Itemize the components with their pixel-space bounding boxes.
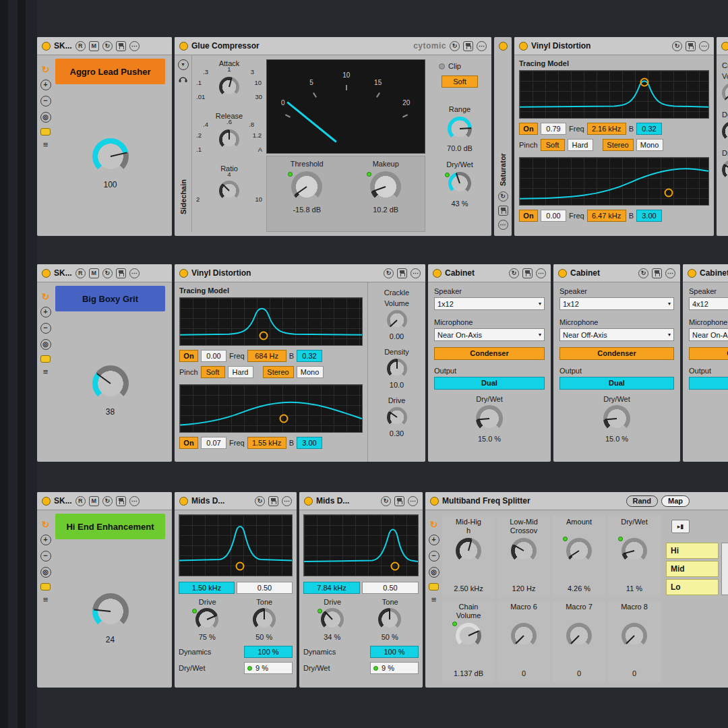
more-options-icon[interactable]: ⋯	[665, 268, 675, 278]
add-macro-icon[interactable]: +	[40, 80, 51, 90]
tracing-freq-value[interactable]: 684 Hz	[247, 350, 286, 362]
save-preset-icon[interactable]	[498, 206, 508, 216]
density-knob[interactable]	[387, 359, 407, 379]
device-on-toggle[interactable]	[688, 269, 696, 278]
macro-knob[interactable]	[92, 593, 129, 630]
more-options-icon[interactable]: ⋯	[129, 496, 140, 506]
map-mode-icon[interactable]: M	[89, 41, 99, 51]
pinch-drive-value[interactable]: 0.00	[541, 210, 566, 222]
macro-knob[interactable]	[566, 538, 592, 564]
hot-swap-icon[interactable]: ↻	[255, 496, 265, 506]
condenser-button[interactable]: Condenser	[559, 347, 674, 360]
more-options-icon[interactable]: ⋯	[498, 220, 508, 230]
pinch-drive-value[interactable]: 0.07	[201, 437, 226, 449]
chain-volume-sliders[interactable]	[721, 543, 728, 595]
expand-sidechain-icon[interactable]: ▼	[178, 59, 189, 70]
mono-button[interactable]: Mono	[297, 366, 324, 378]
drywet-value-box[interactable]: 9 %	[370, 662, 419, 674]
map-target-icon[interactable]: ◎	[40, 567, 51, 578]
macro-name[interactable]: Hi End Enhancement	[55, 514, 165, 539]
chain-list-icon[interactable]: ≡	[43, 368, 49, 376]
save-preset-icon[interactable]	[394, 496, 404, 506]
macro-value[interactable]: 1.137 dB	[454, 669, 483, 677]
release-knob[interactable]	[219, 129, 239, 150]
hot-swap-icon[interactable]: ↻	[381, 496, 391, 506]
tracing-on-button[interactable]: On	[519, 123, 538, 135]
stereo-button[interactable]: Stereo	[603, 139, 634, 151]
remove-macro-icon[interactable]: −	[40, 96, 51, 107]
pinch-hard-button[interactable]: Hard	[228, 366, 253, 378]
chain-hot-swap-icon[interactable]: ↻	[42, 292, 50, 301]
eq-display[interactable]	[303, 514, 419, 576]
drive-knob[interactable]	[387, 407, 407, 427]
device-on-toggle[interactable]	[42, 42, 51, 51]
macro-controls-toggle[interactable]	[40, 128, 51, 135]
freq-handle[interactable]	[236, 562, 245, 570]
output-dual-button[interactable]: Dual	[559, 377, 674, 390]
record-macro-icon[interactable]: R	[75, 268, 86, 278]
condenser-button[interactable]: Condenser	[434, 347, 545, 360]
pinch-freq-value[interactable]: 6.47 kHz	[587, 210, 626, 222]
hot-swap-icon[interactable]: ↻	[498, 191, 508, 202]
more-options-icon[interactable]: ⋯	[129, 41, 140, 51]
rand-button[interactable]: Rand	[626, 495, 659, 507]
tone-value[interactable]: 50 %	[255, 633, 272, 641]
remove-macro-icon[interactable]: −	[40, 551, 51, 562]
device-on-toggle[interactable]	[42, 269, 51, 278]
pinch-freq-handle[interactable]	[279, 415, 288, 423]
save-preset-icon[interactable]	[116, 41, 126, 51]
tracing-drive-value[interactable]: 0.00	[201, 350, 226, 362]
macro-value[interactable]: 38	[106, 407, 115, 417]
tracing-b-value[interactable]: 0.32	[297, 350, 322, 362]
tracing-freq-value[interactable]: 2.16 kHz	[587, 123, 626, 135]
more-options-icon[interactable]: ⋯	[477, 41, 487, 51]
hot-swap-icon[interactable]: ↻	[384, 268, 394, 278]
microphone-select[interactable]: Near Off-Axis ▾	[559, 328, 674, 341]
macro-knob[interactable]	[566, 623, 592, 648]
dynamics-value[interactable]: 100 %	[370, 646, 419, 658]
save-preset-icon[interactable]	[463, 41, 473, 51]
range-knob[interactable]	[448, 117, 472, 141]
macro-value[interactable]: 0	[632, 669, 636, 677]
drive-value[interactable]: 0.30	[390, 429, 404, 437]
pinch-freq-handle[interactable]	[665, 188, 673, 197]
device-on-toggle[interactable]	[179, 497, 188, 506]
drywet-value[interactable]: 15.0 %	[434, 435, 545, 443]
tone-knob[interactable]	[378, 608, 401, 631]
device-on-toggle[interactable]	[721, 42, 728, 51]
macro-value[interactable]: 0	[577, 669, 581, 677]
hot-swap-icon[interactable]: ↻	[509, 268, 519, 278]
macro-name[interactable]: Aggro Lead Pusher	[55, 59, 165, 84]
macro-knob[interactable]	[92, 365, 129, 402]
save-preset-icon[interactable]	[397, 268, 407, 278]
macro-knob[interactable]	[621, 623, 647, 648]
chain-list-icon[interactable]: ≡	[43, 141, 49, 149]
map-mode-icon[interactable]: M	[89, 496, 99, 506]
sidechain-label[interactable]: Sidechain	[179, 179, 187, 214]
threshold-knob[interactable]	[291, 171, 322, 202]
chain-list-icon[interactable]: ≡	[431, 596, 437, 604]
pinch-b-value[interactable]: 3.00	[297, 437, 322, 449]
device-on-toggle[interactable]	[519, 42, 528, 51]
macro-value[interactable]: 0	[522, 669, 526, 677]
drive-knob[interactable]	[195, 608, 218, 631]
macro-value[interactable]: 24	[106, 635, 115, 644]
tracing-model-display[interactable]	[179, 297, 363, 346]
crackle-volume-knob[interactable]	[722, 83, 728, 103]
q-value[interactable]: 0.50	[362, 582, 419, 594]
hot-swap-icon[interactable]: ↻	[672, 41, 682, 51]
more-options-icon[interactable]: ⋯	[699, 41, 709, 51]
chain-list-icon[interactable]: ≡	[43, 596, 49, 604]
hot-swap-icon[interactable]: ↻	[102, 268, 113, 278]
device-on-toggle[interactable]	[179, 42, 188, 51]
headphones-icon[interactable]	[178, 75, 188, 83]
macro-knob[interactable]	[621, 538, 647, 564]
chain-row-hi[interactable]: Hi	[666, 543, 719, 559]
density-knob[interactable]	[722, 121, 728, 142]
q-value[interactable]: 0.50	[237, 582, 293, 594]
device-on-toggle[interactable]	[499, 42, 508, 51]
pinch-on-button[interactable]: On	[519, 210, 538, 222]
pinch-freq-value[interactable]: 1.55 kHz	[247, 437, 286, 449]
more-options-icon[interactable]: ⋯	[536, 268, 546, 278]
device-on-toggle[interactable]	[558, 269, 567, 278]
